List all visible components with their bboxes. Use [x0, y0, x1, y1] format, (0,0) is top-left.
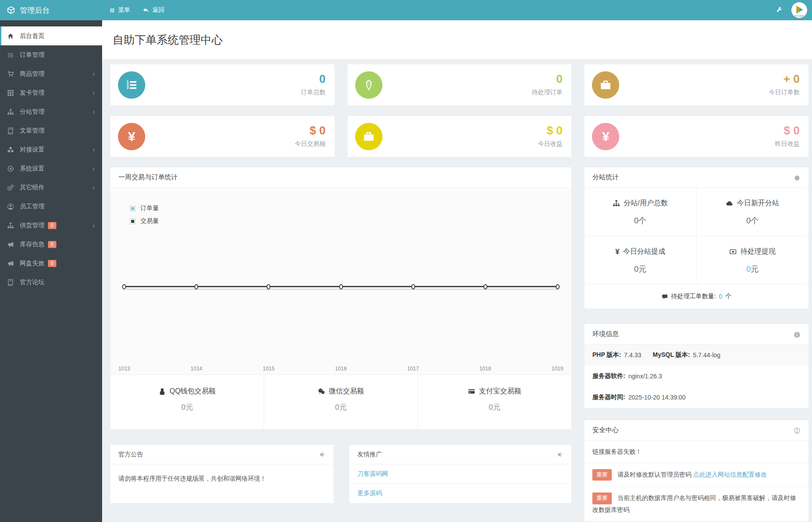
chart-point: [195, 284, 198, 289]
important-badge: 重要: [592, 492, 612, 504]
promo-link-more[interactable]: 更多源码: [357, 489, 382, 497]
chart-point: [122, 284, 126, 289]
sidebar-item-label: 网盘失效: [20, 259, 44, 267]
branch-footer: 待处理工单数量: 0 个: [584, 285, 808, 308]
wrench-icon[interactable]: [776, 7, 783, 14]
security-message: 当前主机的数据库用户名与密码相同，极易被黑客破解，请及时修改数据库密码: [592, 494, 796, 513]
sitemap-icon: [7, 222, 14, 229]
stat-value: $ 0: [775, 125, 800, 137]
sidebar-item-forum[interactable]: 官方论坛: [0, 273, 102, 292]
sidebar-item-label: 文章管理: [20, 127, 44, 135]
topbar-right: 腾讯视频: [776, 2, 812, 19]
legend-swatch-orders: [130, 206, 136, 211]
notice-header: 官方公告: [110, 445, 334, 464]
stat-card-total-orders: 0 订单总数: [110, 64, 334, 105]
legend-label: 订单量: [140, 204, 159, 212]
stat-label: 订单总数: [301, 89, 326, 96]
comment-icon: [661, 293, 668, 300]
sidebar: 后台首页 订单管理 商品管理 ‹ 发卡管理 ‹ 分站管理 ‹ 文章管理 对接设置…: [0, 20, 102, 522]
important-badge: 重要: [592, 469, 612, 481]
sidebar-item-docking[interactable]: 对接设置 ‹: [0, 140, 102, 159]
server-time-label: 服务器时间:: [592, 393, 625, 401]
sitemap-icon: [7, 108, 14, 115]
ticket-count-label: 待处理工单数量:: [671, 292, 716, 300]
brand[interactable]: 管理后台: [0, 5, 102, 15]
stat-value: 0: [301, 73, 326, 85]
sidebar-item-cards[interactable]: 发卡管理 ‹: [0, 83, 102, 102]
branch-label: 今日新开分站: [737, 199, 779, 208]
environment-panel: 环境信息 PHP 版本: 7.4.33 MySQL 版本: 5.7.44-log…: [584, 324, 808, 408]
branch-label: 今日分站提成: [623, 247, 665, 256]
sidebar-item-branches[interactable]: 分站管理 ‹: [0, 102, 102, 121]
stat-label: 今日订单数: [769, 89, 800, 96]
page-header: 自助下单系统管理中心: [102, 20, 812, 59]
chevron-left-icon: ‹: [92, 70, 95, 78]
ordered-list-icon: [118, 71, 145, 99]
yen-icon: ¥: [615, 248, 619, 256]
sidebar-item-label: 其它组件: [20, 184, 44, 192]
env-row-versions: PHP 版本: 7.4.33 MySQL 版本: 5.7.44-log: [584, 344, 808, 366]
branch-suffix: 个: [639, 216, 647, 225]
promo-panel: 友情推广 刀客源码网 更多源码: [349, 445, 571, 503]
promo-link-daoke[interactable]: 刀客源码网: [357, 470, 388, 478]
grid-icon: [7, 89, 14, 96]
sidebar-item-supply[interactable]: 供货管理 0 ‹: [0, 216, 102, 235]
env-row-server: 服务器软件: nginx/1.26.3: [584, 366, 808, 387]
sidebar-item-products[interactable]: 商品管理 ‹: [0, 64, 102, 83]
chart-point: [267, 284, 271, 289]
promo-title: 友情推广: [357, 451, 382, 459]
count-badge: 0: [48, 241, 56, 248]
legend-label: 交易量: [140, 217, 159, 225]
legend-item-trades[interactable]: 交易量: [130, 217, 159, 225]
wallet-label: 支付宝交易额: [479, 387, 521, 396]
stat-card-pending-orders: 0 待处理订单: [348, 64, 572, 105]
config-link[interactable]: 点此进入网站信息配置修改: [693, 471, 767, 478]
topbar-nav: 菜单 返回: [102, 6, 165, 14]
chart-legend: 订单量 交易量: [130, 204, 159, 230]
sidebar-item-label: 商品管理: [20, 70, 44, 78]
shield-icon: [794, 427, 801, 434]
sidebar-item-label: 系统设置: [20, 165, 44, 173]
sidebar-item-label: 供货管理: [20, 222, 44, 230]
branch-header: 分站统计: [584, 167, 808, 188]
info-icon: [794, 331, 801, 338]
notice-body: 请勿将本程序用于任何违规场景，共创和谐网络环境！: [110, 464, 334, 503]
back-label: 返回: [152, 6, 165, 14]
server-software-label: 服务器软件:: [592, 372, 625, 380]
sidebar-item-staff[interactable]: 员工管理: [0, 197, 102, 216]
security-header: 安全中心: [584, 420, 808, 441]
page-title: 自助下单系统管理中心: [113, 33, 223, 47]
stat-card-today-volume: ¥ $ 0 今日交易额: [110, 116, 334, 157]
wechat-icon: [318, 388, 325, 395]
dot-icon: [794, 174, 801, 181]
sidebar-item-components[interactable]: 其它组件 ‹: [0, 178, 102, 197]
legend-item-orders[interactable]: 订单量: [130, 204, 159, 212]
sidebar-item-home[interactable]: 后台首页: [0, 26, 102, 45]
branch-grid: 分站/用户总数 0个 今日新开分站 0个: [584, 188, 808, 285]
video-logo[interactable]: 腾讯视频: [791, 2, 808, 19]
branch-cell-commission: ¥ 今日分站提成 0元: [584, 236, 697, 285]
sidebar-item-articles[interactable]: 文章管理: [0, 121, 102, 140]
chart-plot: 订单量 交易量 1013101410151016101710181019: [110, 188, 571, 374]
branch-label: 待处理提现: [740, 247, 775, 256]
sidebar-item-label: 发卡管理: [20, 89, 44, 97]
briefcase-icon: [592, 71, 619, 99]
cubes-icon: [7, 146, 14, 153]
chart-x-label: 1013: [118, 366, 130, 372]
server-software-value: nginx/1.26.3: [628, 373, 662, 380]
book-icon: [7, 127, 14, 134]
menu-toggle[interactable]: 菜单: [109, 6, 130, 14]
chevron-left-icon: ‹: [92, 222, 95, 229]
stat-label: 待处理订单: [532, 89, 562, 96]
sidebar-item-orders[interactable]: 订单管理: [0, 45, 102, 64]
wallet-stat-qq: QQ钱包交易额 0元: [110, 375, 264, 429]
branch-cell-new-today: 今日新开分站 0个: [697, 188, 809, 236]
branch-value: 0: [746, 216, 751, 225]
sidebar-item-system[interactable]: 系统设置 ‹: [0, 159, 102, 178]
chevron-left-icon: ‹: [92, 184, 95, 191]
chevron-left-icon: ‹: [92, 146, 95, 153]
back-button[interactable]: 返回: [143, 6, 165, 14]
sidebar-item-netdisk[interactable]: 网盘失效 0: [0, 254, 102, 273]
sidebar-item-stock-alert[interactable]: 库存告急 0: [0, 235, 102, 254]
security-message: 请及时修改默认管理员密码: [617, 471, 691, 478]
